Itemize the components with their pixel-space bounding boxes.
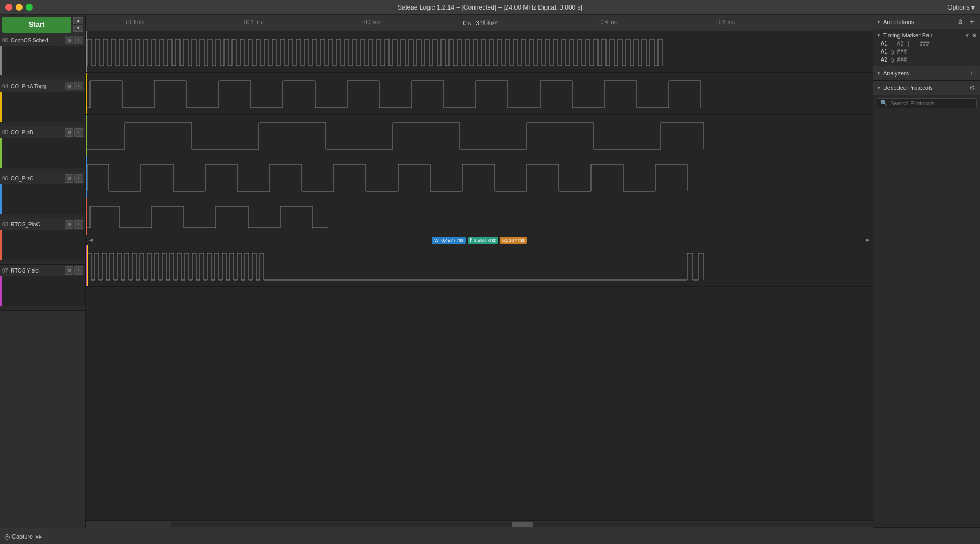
wave-track-04[interactable]	[86, 73, 873, 115]
decoded-protocols-header: ▼ Decoded Protocols ⚙	[873, 81, 980, 95]
scrollbar-thumb[interactable]	[512, 522, 533, 527]
minimize-button[interactable]	[16, 4, 23, 11]
channel-num-00: 00	[2, 37, 11, 43]
annotations-header: ▼ Annotations ⚙ +	[873, 15, 980, 29]
channel-settings-06[interactable]: ⚙	[65, 174, 73, 183]
wave-track-06[interactable]	[86, 156, 873, 198]
capture-label: Capture	[12, 533, 33, 540]
arrow-down-button[interactable]: ▼	[73, 25, 83, 32]
channel-num-07: 07	[2, 268, 11, 274]
capture-icon: ◎	[4, 533, 10, 540]
channel-num-06: 06	[2, 176, 11, 182]
tick-04: +0,4 ms	[597, 19, 617, 25]
bottom-bar: ◎ Capture ▸▸	[0, 528, 980, 544]
channel-name-07: RTOS Yield	[11, 268, 64, 274]
channel-name-05: CO_PinB	[11, 130, 64, 135]
decoded-protocols-label: Decoded Protocols	[883, 85, 965, 91]
annotations-collapse-icon[interactable]: ▼	[877, 20, 881, 25]
annotations-add-icon[interactable]: +	[967, 17, 977, 27]
decoded-protocols-section: ▼ Decoded Protocols ⚙ 🔍	[873, 81, 980, 528]
wave-area: +0,9 ms 0 s : 316 ms +0,1 ms +0,2 ms +0,…	[86, 15, 873, 528]
timing-pair-row: ▼ Timing Marker Pair ▼ ⚙	[877, 31, 977, 40]
time-ruler: +0,9 ms 0 s : 316 ms +0,1 ms +0,2 ms +0,…	[86, 15, 873, 31]
analyzers-section: ▼ Analyzers +	[873, 66, 980, 81]
wave-track-05[interactable]	[86, 115, 873, 156]
start-arrows: ▲ ▼	[73, 17, 83, 32]
tick-02: +0,2 ms	[361, 19, 380, 25]
channel-row-07: 07 RTOS Yield ⚙ + ···	[0, 265, 85, 311]
search-protocols-input[interactable]	[890, 100, 973, 107]
decoded-protocols-collapse-icon[interactable]: ▼	[877, 86, 881, 90]
channel-name-00: CoopOS Sched...	[11, 37, 64, 43]
timing-pair-gear-icon[interactable]: ⚙	[972, 33, 977, 39]
channel-settings-00[interactable]: ⚙	[65, 36, 73, 44]
search-icon: 🔍	[880, 100, 888, 107]
tick-minus09: +0,9 ms	[125, 19, 144, 25]
tick-05: +0,5 ms	[715, 19, 735, 25]
channel-settings-03[interactable]: ⚙	[65, 220, 73, 229]
channel-add-00[interactable]: +	[74, 36, 83, 44]
window-title: Saleae Logic 1.2.14 – [Connected] – [24,…	[398, 4, 582, 11]
expand-button[interactable]: ▸▸	[36, 533, 42, 540]
titlebar: Saleae Logic 1.2.14 – [Connected] – [24,…	[0, 0, 980, 15]
channel-row-05: 05 CO_PinB ⚙ + ···	[0, 126, 85, 172]
channel-settings-04[interactable]: ⚙	[65, 82, 73, 90]
timing-detail-a2: A2 @ ###	[877, 56, 977, 64]
wave-tracks[interactable]: ◄ W 0,4977 ms f 1,958 kHz 0,5107 ms ►	[86, 31, 873, 520]
tick-01: +0,1 ms	[243, 19, 263, 25]
maximize-button[interactable]	[26, 4, 33, 11]
channel-name-04: CO_PinA Togg...	[11, 84, 64, 89]
timing-pair-label: Timing Marker Pair	[883, 32, 962, 39]
timing-pair-collapse-icon[interactable]: ▼	[877, 33, 881, 38]
wave-track-07[interactable]	[86, 245, 873, 287]
options-button[interactable]: Options ▾	[947, 4, 975, 11]
close-button[interactable]	[5, 4, 12, 11]
decoded-protocols-content: 🔍	[873, 95, 980, 527]
channel-name-03: RTOS_PinC	[11, 222, 64, 228]
channel-num-05: 05	[2, 130, 11, 135]
annotations-gear-icon[interactable]: ⚙	[955, 17, 965, 27]
channel-add-05[interactable]: +	[74, 128, 83, 137]
channel-row-00: 00 CoopOS Sched... ⚙ + ···	[0, 34, 85, 80]
channel-add-07[interactable]: +	[74, 266, 83, 275]
channel-add-04[interactable]: +	[74, 82, 83, 90]
analyzers-collapse-icon[interactable]: ▼	[877, 71, 881, 76]
wave-track-03[interactable]: ◄ W 0,4977 ms f 1,958 kHz 0,5107 ms ►	[86, 198, 873, 245]
analyzers-add-icon[interactable]: +	[967, 69, 977, 78]
annotations-section: ▼ Annotations ⚙ + ▼ Timing Marker Pair ▼…	[873, 15, 980, 66]
wave-track-00[interactable]	[86, 31, 873, 73]
annotations-content: ▼ Timing Marker Pair ▼ ⚙ A1 – A2 | = ###…	[873, 29, 980, 66]
window-controls	[5, 4, 33, 11]
timing-detail-a1a2: A1 – A2 | = ###	[877, 40, 977, 48]
analyzers-label: Analyzers	[883, 70, 965, 77]
decoded-protocols-gear-icon[interactable]: ⚙	[967, 83, 977, 93]
tick-03: +0,3 ms	[480, 19, 499, 25]
start-row: Start ▲ ▼	[0, 15, 85, 34]
channel-row-03: 03 RTOS_PinC ⚙ + ···	[0, 218, 85, 265]
timing-pair-dropdown-icon[interactable]: ▼	[964, 33, 970, 39]
channel-add-03[interactable]: +	[74, 220, 83, 229]
channel-num-04: 04	[2, 84, 11, 89]
annotations-label: Annotations	[883, 19, 953, 25]
start-button[interactable]: Start	[2, 17, 71, 33]
search-protocols-container: 🔍	[877, 98, 977, 108]
channel-settings-05[interactable]: ⚙	[65, 128, 73, 137]
channel-settings-07[interactable]: ⚙	[65, 266, 73, 275]
channel-row-06: 06 CO_PinC ⚙ + ···	[0, 172, 85, 218]
right-panel: ▼ Annotations ⚙ + ▼ Timing Marker Pair ▼…	[873, 15, 980, 528]
channel-row-04: 04 CO_PinA Togg... ⚙ + ···	[0, 80, 85, 126]
channel-add-06[interactable]: +	[74, 174, 83, 183]
timing-detail-a1: A1 @ ###	[877, 48, 977, 56]
arrow-up-button[interactable]: ▲	[73, 17, 83, 24]
analyzers-header: ▼ Analyzers +	[873, 66, 980, 80]
capture-button[interactable]: ◎ Capture	[4, 533, 33, 540]
scrollbar-area	[86, 520, 873, 528]
channel-name-06: CO_PinC	[11, 176, 64, 182]
left-panel: Start ▲ ▼ 00 CoopOS Sched... ⚙ + ··· 04	[0, 15, 86, 528]
channel-num-03: 03	[2, 222, 11, 228]
